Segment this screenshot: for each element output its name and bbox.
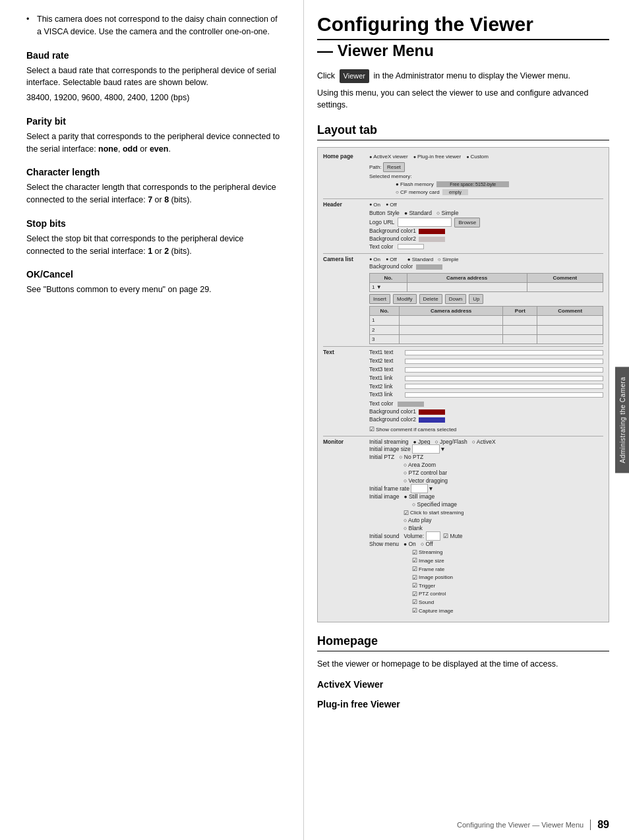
layout-tab-screenshot: Home page ActiveX viewer Plug-in free vi…: [317, 147, 609, 622]
footer-divider: [590, 820, 591, 830]
stop-bits-heading: Stop bits: [26, 218, 284, 229]
baud-rate-heading: Baud rate: [26, 50, 284, 61]
activex-heading: ActiveX Viewer: [317, 679, 609, 690]
homepage-heading: Homepage: [317, 634, 609, 651]
ok-cancel-heading: OK/Cancel: [26, 269, 284, 280]
side-tab-label: Administrating the Camera: [615, 367, 629, 473]
intro-paragraph-1: Click Viewer in the Administrator menu t…: [317, 69, 609, 83]
bullet-visca: This camera does not correspond to the d…: [26, 13, 284, 38]
layout-tab-heading: Layout tab: [317, 123, 609, 140]
right-column: Configuring the Viewer — Viewer Menu Cli…: [303, 0, 629, 840]
parity-bit-body: Select a parity that corresponds to the …: [26, 131, 284, 156]
left-column: This camera does not correspond to the d…: [0, 0, 303, 840]
homepage-body: Set the viewer or homepage to be display…: [317, 658, 609, 671]
char-length-heading: Character length: [26, 167, 284, 177]
char-length-body: Select the character length that corresp…: [26, 181, 284, 206]
page-subtitle: — Viewer Menu: [317, 42, 609, 60]
viewer-badge: Viewer: [340, 69, 369, 83]
footer-page-number: 89: [597, 819, 609, 831]
plugin-heading: Plug-in free Viewer: [317, 699, 609, 709]
intro-paragraph-2: Using this menu, you can select the view…: [317, 87, 609, 112]
click-label: Click: [317, 71, 338, 80]
baud-rate-values: 38400, 19200, 9600, 4800, 2400, 1200 (bp…: [26, 92, 284, 104]
footer-label: Configuring the Viewer — Viewer Menu: [457, 821, 584, 829]
page-title: Configuring the Viewer: [317, 13, 609, 40]
baud-rate-body: Select a baud rate that corresponds to t…: [26, 65, 284, 90]
page-footer: Configuring the Viewer — Viewer Menu 89: [457, 819, 609, 831]
stop-bits-body: Select the stop bit that corresponds to …: [26, 233, 284, 258]
parity-bit-heading: Parity bit: [26, 116, 284, 127]
intro-text-1: in the Administrator menu to display the…: [373, 71, 570, 80]
ok-cancel-body: See "Buttons common to every menu" on pa…: [26, 284, 284, 296]
